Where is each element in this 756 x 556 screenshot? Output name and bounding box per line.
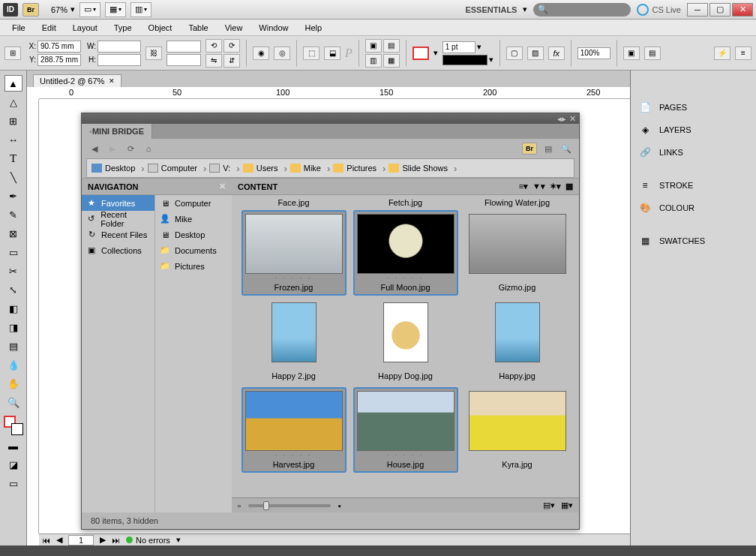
view-thumbnails-icon[interactable]: ▤▾ (543, 500, 555, 510)
thumbnail[interactable]: Kyra.jpg (465, 387, 570, 473)
close-panel-icon[interactable]: ✕ (569, 114, 576, 124)
gradient-feather-tool[interactable]: ◨ (4, 319, 22, 335)
menu-file[interactable]: File (4, 22, 33, 34)
breadcrumb-pictures[interactable]: Pictures (333, 163, 386, 174)
preflight-status[interactable]: No errors (126, 536, 170, 545)
breadcrumb-computer[interactable]: Computer (148, 163, 207, 174)
default-fill-icon[interactable]: ◪ (4, 456, 22, 473)
nav-item-pictures[interactable]: 📁Pictures (155, 258, 232, 274)
nav-item-desktop[interactable]: 🖥Desktop (155, 227, 232, 242)
rating-dots[interactable]: · · · · · (275, 451, 313, 458)
home-button[interactable]: ⌂ (142, 143, 155, 155)
reload-button[interactable]: ⟳ (124, 143, 137, 155)
opacity-input[interactable] (578, 47, 610, 59)
minimize-button[interactable]: ─ (687, 3, 708, 17)
menu-type[interactable]: Type (106, 22, 140, 34)
wrap3-icon[interactable]: ▥ (365, 54, 382, 68)
frame-tool[interactable]: ⊠ (4, 225, 22, 242)
wrap1-icon[interactable]: ▣ (365, 39, 382, 53)
sort-icon[interactable]: ≡▾ (519, 182, 528, 191)
screen-mode-button[interactable]: ▦ (105, 2, 126, 17)
page-number[interactable]: 1 (68, 535, 94, 545)
menu-edit[interactable]: Edit (34, 22, 64, 34)
view-grid-icon[interactable]: ▦▾ (561, 500, 573, 510)
document-tab[interactable]: Untitled-2 @ 67% ✕ (33, 74, 122, 87)
eyedropper-tool[interactable]: 💧 (4, 356, 22, 373)
thumbnail[interactable]: Happy 2.jpg (242, 299, 346, 384)
gradient-tool[interactable]: ◧ (4, 300, 22, 317)
tools-icon[interactable]: ✶▾ (550, 182, 561, 191)
zoom-out-icon[interactable]: ▫ (238, 501, 241, 510)
flip-v-icon[interactable]: ⇵ (224, 54, 240, 68)
search-button[interactable]: 🔍 (560, 143, 573, 155)
thumbnail-size-slider[interactable] (248, 504, 331, 507)
panel-layers[interactable]: ◈LAYERS (631, 119, 756, 141)
pen-tool[interactable]: ✒ (4, 188, 22, 204)
nav-item-mike[interactable]: 👤Mike (155, 211, 232, 227)
y-input[interactable] (38, 54, 81, 66)
corner-icon[interactable]: ⬚ (303, 47, 320, 60)
menu-object[interactable]: Object (141, 22, 180, 34)
fx-icon[interactable]: fx (548, 47, 565, 60)
breadcrumb-desktop[interactable]: Desktop (92, 163, 145, 174)
transform-tool[interactable]: ⤡ (4, 281, 22, 298)
dropdown-icon[interactable]: ▾ (176, 535, 181, 545)
apply-color-icon[interactable]: ▬ (4, 437, 22, 454)
menu-view[interactable]: View (218, 22, 250, 34)
reference-point-icon[interactable]: ⊞ (4, 47, 21, 60)
nav-item-recent-files[interactable]: ↻Recent Files (82, 227, 154, 242)
dropdown-icon[interactable]: ▾ (523, 5, 527, 14)
page-tool[interactable]: ⊞ (4, 113, 22, 129)
zoom-level[interactable]: 67% (51, 5, 68, 14)
line-tool[interactable]: ╲ (4, 169, 22, 185)
thumbnail[interactable]: Gizmo.jpg (465, 210, 570, 296)
rectangle-tool[interactable]: ▭ (4, 244, 22, 260)
constrain-icon[interactable]: ⛓ (146, 47, 162, 60)
panel-links[interactable]: 🔗LINKS (631, 141, 756, 164)
type-tool[interactable]: T (4, 150, 22, 167)
note-tool[interactable]: ▤ (4, 338, 22, 354)
w-input[interactable] (98, 41, 141, 53)
dropdown-icon[interactable]: ▾ (477, 42, 482, 52)
layout-icon[interactable]: ▦ (566, 182, 573, 191)
selection-tool[interactable]: ▲ (4, 75, 22, 92)
nav-item-computer[interactable]: 🖥Computer (155, 195, 232, 211)
forward-button[interactable]: ▶ (106, 143, 119, 155)
fit2-icon[interactable]: ▤ (644, 47, 661, 60)
quick-apply-icon[interactable]: ⚡ (714, 47, 730, 60)
filter-icon[interactable]: ▼▾ (532, 182, 545, 191)
hand-tool[interactable]: ✋ (4, 375, 22, 392)
fit1-icon[interactable]: ▣ (623, 47, 640, 60)
rating-dots[interactable]: · · · · · (387, 274, 424, 281)
panel-stroke[interactable]: ≡STROKE (631, 174, 756, 197)
nav-item-recent-folder[interactable]: ↺Recent Folder (82, 211, 154, 227)
panel-pages[interactable]: 📄PAGES (631, 96, 756, 119)
zoom-in-icon[interactable]: ▪ (338, 501, 341, 510)
nav-item-documents[interactable]: 📁Documents (155, 242, 232, 258)
menu-table[interactable]: Table (181, 22, 215, 34)
dropdown-icon[interactable]: ▾ (70, 5, 75, 14)
close-button[interactable]: ✕ (732, 3, 753, 17)
rotate-icon[interactable]: ⟲ (206, 39, 222, 53)
next-page-icon[interactable]: ▶ (100, 535, 106, 545)
go-to-bridge-button[interactable]: Br (522, 143, 537, 155)
maximize-button[interactable]: ▢ (710, 3, 730, 17)
panel-colour[interactable]: 🎨COLOUR (631, 197, 756, 219)
corner2-icon[interactable]: ⬓ (324, 47, 340, 60)
breadcrumb-mike[interactable]: Mike (290, 163, 331, 174)
stroke-style[interactable] (442, 55, 488, 65)
direct-selection-tool[interactable]: △ (4, 94, 22, 110)
panel-swatches[interactable]: ▦SWATCHES (631, 230, 756, 252)
stroke-weight-input[interactable] (442, 41, 476, 53)
breadcrumb-users[interactable]: Users (243, 163, 287, 174)
collapse-icon[interactable]: ◂▸ (557, 114, 566, 124)
cs-live-button[interactable]: CS Live (637, 4, 681, 16)
menu-help[interactable]: Help (297, 22, 329, 34)
view-button[interactable]: ▤ (542, 143, 555, 155)
x-input[interactable] (38, 41, 81, 53)
select-container-icon[interactable]: ◉ (253, 47, 269, 60)
drop-shadow-icon[interactable]: ▨ (527, 47, 544, 60)
search-input[interactable]: 🔍 (533, 3, 631, 17)
thumbnail[interactable]: · · · · ·Full Moon.jpg (353, 210, 458, 296)
gap-tool[interactable]: ↔ (4, 131, 22, 148)
